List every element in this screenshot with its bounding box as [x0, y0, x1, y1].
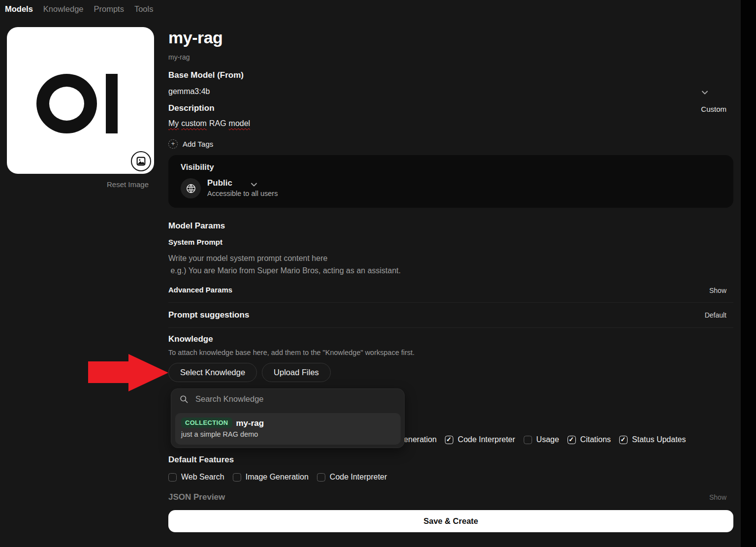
capabilities-row: Image Generation Code Interpreter Usage … [361, 435, 686, 444]
capability-label: Code Interpreter [458, 435, 515, 444]
capability-status-updates[interactable]: Status Updates [619, 435, 686, 444]
prompt-suggestions-label: Prompt suggestions [168, 310, 249, 320]
tab-knowledge[interactable]: Knowledge [43, 4, 84, 14]
visibility-description: Accessible to all users [207, 190, 278, 197]
change-image-button[interactable] [131, 151, 151, 171]
base-model-label: Base Model (From) [168, 70, 244, 80]
prompt-suggestions-default-toggle[interactable]: Default [705, 311, 726, 319]
chevron-down-icon[interactable] [250, 180, 258, 189]
collection-badge: COLLECTION [181, 418, 232, 428]
right-edge-gutter [741, 0, 756, 547]
capability-label: Citations [580, 435, 611, 444]
checkbox[interactable] [168, 473, 177, 482]
capability-citations[interactable]: Citations [567, 435, 611, 444]
json-preview-row: JSON Preview Show [168, 492, 733, 502]
upload-files-button[interactable]: Upload Files [262, 363, 331, 382]
globe-icon [181, 178, 201, 198]
tab-prompts[interactable]: Prompts [94, 4, 124, 14]
checkbox[interactable] [619, 436, 628, 444]
feature-web-search[interactable]: Web Search [168, 473, 224, 482]
json-preview-label: JSON Preview [168, 492, 225, 502]
visibility-select[interactable]: Public [207, 178, 232, 188]
openwebui-logo-i [106, 74, 118, 133]
knowledge-item-description: just a simple RAG demo [181, 430, 395, 438]
default-features-label: Default Features [168, 455, 234, 465]
knowledge-description: To attach knowledge base here, add them … [168, 349, 414, 356]
feature-label: Web Search [181, 473, 224, 482]
checkbox[interactable] [524, 436, 532, 444]
description-mode-toggle[interactable]: Custom [701, 105, 726, 113]
select-knowledge-button[interactable]: Select Knowledge [168, 363, 257, 382]
description-word: model [229, 119, 251, 128]
description-input[interactable]: MycustomRAGmodel [168, 119, 252, 128]
workspace-tabs: Models Knowledge Prompts Tools [5, 4, 153, 14]
reset-image-button[interactable]: Reset Image [7, 180, 149, 189]
checkbox[interactable] [317, 473, 325, 482]
capability-usage[interactable]: Usage [524, 435, 559, 444]
description-word: My [168, 119, 179, 128]
chevron-down-icon[interactable] [700, 88, 709, 97]
knowledge-label: Knowledge [168, 334, 213, 344]
description-label: Description [168, 103, 215, 113]
default-features-row: Web Search Image Generation Code Interpr… [168, 473, 387, 482]
feature-label: Code Interpreter [330, 473, 387, 482]
divider [168, 302, 733, 303]
model-editor-page: Models Knowledge Prompts Tools Reset Ima… [0, 0, 756, 547]
capability-code-interpreter[interactable]: Code Interpreter [445, 435, 515, 444]
checkbox[interactable] [233, 473, 241, 482]
knowledge-search-input[interactable] [195, 394, 382, 404]
feature-code-interpreter[interactable]: Code Interpreter [317, 473, 387, 482]
add-tags-button[interactable]: + Add Tags [168, 139, 213, 149]
checkbox[interactable] [445, 436, 453, 444]
capability-label: Usage [536, 435, 559, 444]
description-word: RAG [209, 119, 226, 128]
tab-models[interactable]: Models [5, 4, 33, 14]
add-tags-label: Add Tags [183, 140, 213, 148]
system-prompt-input[interactable] [168, 252, 710, 278]
search-icon [179, 394, 189, 404]
advanced-params-label: Advanced Params [168, 286, 232, 294]
json-preview-show-toggle[interactable]: Show [709, 493, 726, 501]
plus-icon: + [168, 139, 178, 149]
model-form: my-rag my-rag Base Model (From) gemma3:4… [168, 0, 733, 547]
capability-label: Status Updates [632, 435, 686, 444]
tab-tools[interactable]: Tools [134, 4, 154, 14]
model-name-heading[interactable]: my-rag [168, 28, 222, 47]
visibility-title: Visibility [181, 162, 214, 172]
save-and-create-button[interactable]: Save & Create [168, 510, 733, 532]
openwebui-logo-o [36, 74, 97, 133]
description-word: custom [181, 119, 207, 128]
feature-image-generation[interactable]: Image Generation [233, 473, 309, 482]
knowledge-item-name: my-rag [236, 418, 264, 428]
model-params-label: Model Params [168, 221, 225, 231]
base-model-select[interactable]: gemma3:4b [168, 87, 210, 96]
advanced-params-show-toggle[interactable]: Show [709, 287, 726, 294]
knowledge-buttons: Select Knowledge Upload Files [168, 363, 331, 382]
system-prompt-label: System Prompt [168, 238, 222, 246]
feature-label: Image Generation [246, 473, 309, 482]
knowledge-search [179, 394, 396, 404]
model-image[interactable] [7, 27, 154, 174]
red-arrow-annotation [88, 354, 170, 391]
knowledge-result-item[interactable]: COLLECTIONmy-rag just a simple RAG demo [175, 413, 401, 445]
divider [168, 327, 733, 328]
visibility-card: Visibility Public Accessible to all user… [168, 155, 733, 208]
photo-icon [136, 156, 146, 166]
model-id: my-rag [168, 53, 190, 61]
checkbox[interactable] [567, 436, 576, 444]
knowledge-dropdown: COLLECTIONmy-rag just a simple RAG demo [171, 388, 405, 448]
